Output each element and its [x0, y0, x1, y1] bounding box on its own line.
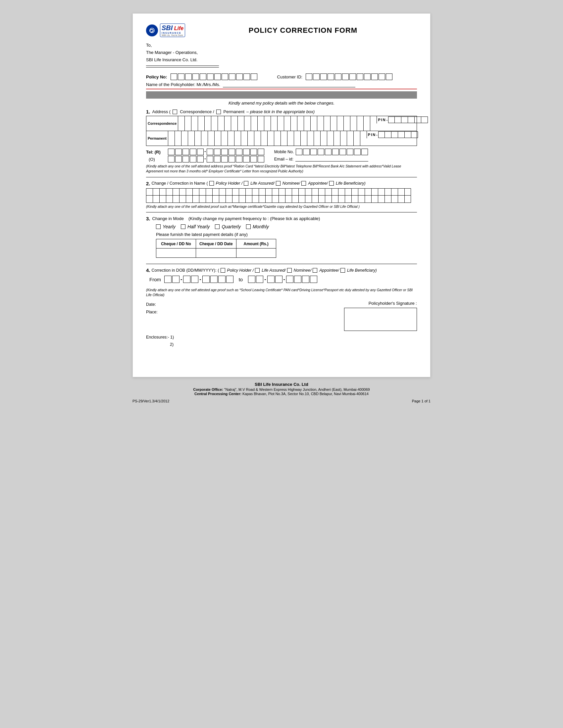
- perm-pin-cell[interactable]: [411, 131, 418, 138]
- name-cell[interactable]: [338, 196, 345, 203]
- dob-app-tick[interactable]: [313, 268, 317, 273]
- policy-box[interactable]: [214, 73, 221, 80]
- perm-cell2[interactable]: [354, 138, 360, 146]
- policy-box[interactable]: [229, 73, 235, 80]
- policy-box[interactable]: [192, 73, 199, 80]
- perm-cell[interactable]: [254, 131, 261, 138]
- perm-cell2[interactable]: [195, 138, 201, 146]
- perm-cell2[interactable]: [188, 138, 195, 146]
- perm-pin-cell[interactable]: [398, 131, 405, 138]
- corr-cell2[interactable]: [324, 123, 331, 131]
- perm-pin-cell[interactable]: [378, 131, 385, 138]
- name-cell[interactable]: [332, 188, 338, 196]
- quarterly-tick[interactable]: [215, 224, 219, 229]
- policy-box[interactable]: [178, 73, 184, 80]
- mobile-box[interactable]: [318, 149, 324, 155]
- policy-box[interactable]: [243, 73, 250, 80]
- name-cell[interactable]: [312, 188, 318, 196]
- corr-cell2[interactable]: [331, 123, 337, 131]
- tel-box[interactable]: [190, 149, 196, 155]
- perm-cell2[interactable]: [294, 138, 301, 146]
- name-cell[interactable]: [206, 196, 212, 203]
- corr-cell[interactable]: [231, 116, 238, 123]
- corr-cell2[interactable]: [317, 123, 324, 131]
- perm-cell2[interactable]: [347, 138, 354, 146]
- corr-cell2[interactable]: [211, 123, 218, 131]
- name-cell[interactable]: [391, 196, 398, 203]
- customer-box[interactable]: [386, 73, 393, 80]
- name-cell[interactable]: [299, 196, 305, 203]
- name-cell[interactable]: [186, 188, 192, 196]
- pin-cell[interactable]: [408, 116, 415, 123]
- corr-cell[interactable]: [337, 116, 344, 123]
- corr-cell2[interactable]: [198, 123, 205, 131]
- perm-cell2[interactable]: [181, 138, 188, 146]
- customer-box[interactable]: [313, 73, 320, 80]
- yearly-option[interactable]: Yearly: [156, 224, 175, 229]
- name-cell[interactable]: [338, 188, 345, 196]
- perm-cell[interactable]: [188, 131, 195, 138]
- name-cell[interactable]: [312, 196, 318, 203]
- pin-cell[interactable]: [395, 116, 401, 123]
- corr-cell2[interactable]: [258, 123, 264, 131]
- perm-cell2[interactable]: [334, 138, 341, 146]
- name-cell[interactable]: [199, 196, 206, 203]
- corr-cell[interactable]: [211, 116, 218, 123]
- mobile-box[interactable]: [340, 149, 346, 155]
- name-cell[interactable]: [385, 196, 391, 203]
- perm-cell2[interactable]: [267, 138, 274, 146]
- perm-cell2[interactable]: [241, 138, 248, 146]
- tel-box[interactable]: [228, 149, 235, 155]
- name-cell[interactable]: [358, 188, 365, 196]
- perm-cell2[interactable]: [221, 138, 228, 146]
- policy-box[interactable]: [221, 73, 228, 80]
- dob-ph-tick[interactable]: [220, 268, 225, 273]
- perm-cell[interactable]: [261, 131, 267, 138]
- corr-cell[interactable]: [370, 116, 377, 123]
- name-cell[interactable]: [245, 188, 252, 196]
- name-cell[interactable]: [219, 196, 225, 203]
- tel-o-box[interactable]: [228, 156, 235, 162]
- perm-cell[interactable]: [360, 131, 367, 138]
- name-cell[interactable]: [305, 196, 312, 203]
- perm-cell[interactable]: [228, 131, 234, 138]
- corr-cell2[interactable]: [351, 123, 357, 131]
- name-cell[interactable]: [318, 188, 325, 196]
- half-yearly-tick[interactable]: [181, 224, 185, 229]
- name-cell[interactable]: [305, 188, 312, 196]
- name-cell[interactable]: [265, 188, 272, 196]
- name-cell[interactable]: [239, 196, 245, 203]
- la-tick[interactable]: [244, 181, 248, 186]
- policy-box[interactable]: [185, 73, 192, 80]
- corr-cell2[interactable]: [277, 123, 284, 131]
- name-cell[interactable]: [365, 196, 371, 203]
- corr-cell[interactable]: [251, 116, 258, 123]
- tel-box[interactable]: [168, 149, 174, 155]
- name-cell[interactable]: [371, 188, 378, 196]
- mobile-box[interactable]: [310, 149, 317, 155]
- mobile-box[interactable]: [296, 149, 303, 155]
- mobile-box[interactable]: [354, 149, 361, 155]
- corr-cell2[interactable]: [251, 123, 258, 131]
- tel-o-box[interactable]: [182, 156, 189, 162]
- name-cell[interactable]: [345, 188, 352, 196]
- pin-cell[interactable]: [388, 116, 395, 123]
- name-cell[interactable]: [332, 196, 338, 203]
- corr-cell2[interactable]: [311, 123, 317, 131]
- tel-box[interactable]: [243, 149, 250, 155]
- name-cell[interactable]: [192, 196, 199, 203]
- monthly-option[interactable]: Monthly: [246, 224, 269, 229]
- name-cell[interactable]: [272, 196, 278, 203]
- dob-lb-tick[interactable]: [341, 268, 345, 273]
- app-tick[interactable]: [302, 181, 306, 186]
- name-cell[interactable]: [398, 188, 404, 196]
- perm-cell2[interactable]: [261, 138, 267, 146]
- corr-cell[interactable]: [178, 116, 185, 123]
- perm-cell[interactable]: [168, 131, 175, 138]
- name-cell[interactable]: [159, 196, 166, 203]
- dob-to-m2[interactable]: [275, 276, 283, 283]
- dob-nom-tick[interactable]: [287, 268, 292, 273]
- tel-box[interactable]: [182, 149, 189, 155]
- dob-la-tick[interactable]: [255, 268, 259, 273]
- pin-cell[interactable]: [421, 116, 428, 123]
